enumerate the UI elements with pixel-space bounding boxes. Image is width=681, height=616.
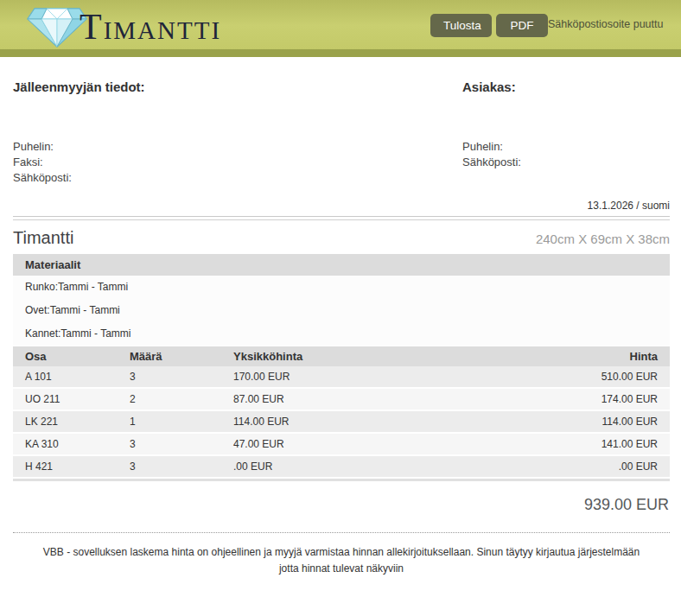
col-header-osa: Osa [13, 350, 130, 363]
part-cell-hinta: 174.00 EUR [549, 393, 670, 405]
materials-header: Materiaalit [13, 254, 670, 276]
material-row: Kannet:Tammi - Tammi [13, 322, 670, 346]
product-name: Timantti [13, 228, 536, 248]
reseller-contacts: Puhelin: Faksi: Sähköposti: [13, 139, 462, 186]
section-divider [13, 216, 670, 220]
part-cell-osa: UO 211 [13, 393, 130, 405]
reseller-email-label: Sähköposti: [13, 170, 462, 186]
reseller-phone-label: Puhelin: [13, 139, 462, 155]
part-cell-yksikkohinta: 87.00 EUR [233, 393, 549, 405]
price-disclaimer: VBB - sovelluksen laskema hinta on ohjee… [39, 544, 644, 577]
part-cell-yksikkohinta: 114.00 EUR [233, 416, 549, 428]
part-cell-maara: 2 [130, 393, 233, 405]
material-row: Runko:Tammi - Tammi [13, 276, 670, 299]
header-bottom-strip [0, 49, 681, 57]
part-cell-hinta: 114.00 EUR [549, 416, 670, 428]
part-cell-hinta: 510.00 EUR [549, 371, 670, 383]
parts-table-bottom-border [13, 479, 670, 481]
part-cell-osa: H 421 [13, 460, 130, 473]
material-row: Ovet:Tammi - Tammi [13, 299, 670, 322]
part-cell-hinta: 141.00 EUR [549, 438, 670, 450]
part-cell-yksikkohinta: 170.00 EUR [233, 371, 549, 383]
part-row: KA 310347.00 EUR141.00 EUR [13, 434, 670, 456]
main-content: Jälleenmyyjän tiedot: Puhelin: Faksi: Sä… [0, 57, 681, 577]
reseller-section-title: Jälleenmyyjän tiedot: [13, 79, 462, 94]
part-cell-hinta: .00 EUR [549, 460, 670, 473]
print-button[interactable]: Tulosta [430, 14, 492, 37]
part-cell-yksikkohinta: 47.00 EUR [233, 438, 549, 450]
col-header-maara: Määrä [130, 350, 233, 363]
col-header-yksikkohinta: Yksikköhinta [233, 350, 549, 363]
customer-contacts: Puhelin: Sähköposti: [462, 139, 670, 170]
part-cell-osa: A 101 [13, 371, 130, 383]
reseller-fax-label: Faksi: [13, 155, 462, 170]
pdf-button[interactable]: PDF [496, 14, 548, 37]
brand-title: Timantti [80, 7, 221, 47]
part-cell-yksikkohinta: .00 EUR [233, 460, 549, 473]
product-dimensions: 240cm X 69cm X 38cm [536, 232, 670, 246]
part-cell-maara: 1 [130, 416, 233, 428]
part-row: LK 2211114.00 EUR114.00 EUR [13, 411, 670, 434]
footer-divider [13, 532, 670, 533]
date-locale: 13.1.2026 / suomi [13, 200, 670, 212]
email-missing-warning: Sähköpostiosoite puuttu [548, 18, 663, 30]
total-price: 939.00 EUR [13, 496, 669, 514]
part-row: A 1013170.00 EUR510.00 EUR [13, 366, 670, 389]
customer-email-label: Sähköposti: [462, 155, 670, 170]
parts-table-body: A 1013170.00 EUR510.00 EURUO 211287.00 E… [13, 366, 670, 479]
part-row: H 4213.00 EUR.00 EUR [13, 456, 670, 479]
part-cell-maara: 3 [130, 438, 233, 450]
part-cell-osa: LK 221 [13, 416, 130, 428]
materials-list: Runko:Tammi - TammiOvet:Tammi - TammiKan… [13, 276, 670, 346]
part-cell-maara: 3 [130, 460, 233, 473]
page-header: Timantti Tulosta PDF Sähköpostiosoite pu… [0, 0, 681, 57]
parts-table-header: Osa Määrä Yksikköhinta Hinta [13, 346, 670, 366]
col-header-hinta: Hinta [549, 350, 670, 363]
part-cell-osa: KA 310 [13, 438, 130, 450]
customer-section-title: Asiakas: [462, 79, 670, 94]
part-cell-maara: 3 [130, 371, 233, 383]
customer-phone-label: Puhelin: [462, 139, 670, 155]
part-row: UO 211287.00 EUR174.00 EUR [13, 389, 670, 411]
